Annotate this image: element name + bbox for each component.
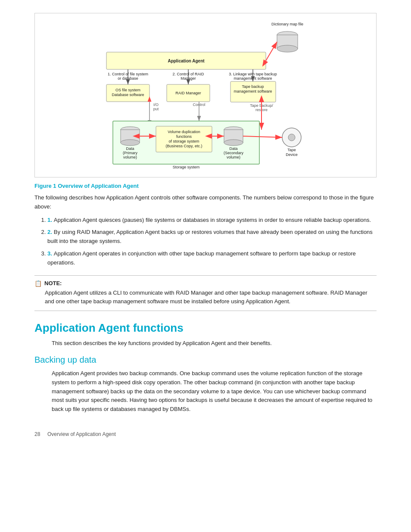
svg-text:Device: Device: [286, 152, 298, 157]
list-text-3: Application Agent operates in conjunctio…: [47, 250, 356, 266]
svg-point-40: [121, 140, 140, 146]
svg-text:RAID Manager: RAID Manager: [175, 91, 201, 95]
page-title-footer: Overview of Application Agent: [47, 431, 116, 437]
svg-point-51: [224, 140, 243, 146]
svg-text:Tape backup: Tape backup: [242, 84, 264, 89]
svg-text:Database software: Database software: [112, 93, 144, 97]
svg-text:Application Agent: Application Agent: [168, 59, 205, 63]
note-text: Application Agent utilizes a CLI to comm…: [34, 289, 377, 307]
list-text-2: By using RAID Manager, Application Agent…: [47, 229, 373, 244]
page-number: 28: [34, 431, 40, 437]
svg-text:volume): volume): [123, 155, 137, 159]
svg-text:(Business Copy, etc.): (Business Copy, etc.): [166, 144, 202, 148]
svg-text:Storage system: Storage system: [173, 165, 200, 169]
svg-text:OS file system: OS file system: [115, 88, 140, 92]
svg-point-56: [288, 134, 295, 141]
svg-text:management software: management software: [234, 89, 272, 93]
svg-text:Tape: Tape: [287, 148, 296, 152]
list-num-3: 3.: [47, 250, 52, 257]
svg-text:Dictionary map file: Dictionary map file: [271, 22, 303, 26]
svg-text:put: put: [153, 107, 159, 111]
svg-text:Data: Data: [126, 146, 134, 151]
svg-point-7: [277, 45, 298, 52]
backing-up-text: Application Agent provides two backup co…: [34, 369, 377, 414]
numbered-list: 1.Application Agent quiesces (pauses) fi…: [47, 216, 377, 268]
section-title: Application Agent functions: [34, 321, 377, 335]
svg-text:functions: functions: [176, 134, 192, 139]
page-footer: 28 Overview of Application Agent: [34, 431, 377, 437]
list-num-1: 1.: [47, 217, 52, 223]
list-num-2: 2.: [47, 229, 52, 235]
note-icon: 📋: [34, 280, 42, 287]
svg-line-10: [266, 42, 277, 61]
subsection-title: Backing up data: [34, 355, 377, 365]
svg-text:Volume duplication: Volume duplication: [168, 130, 200, 134]
section-intro: This section describes the key functions…: [34, 339, 377, 348]
svg-text:volume): volume): [227, 155, 240, 159]
svg-text:of storage system: of storage system: [168, 139, 199, 143]
note-box: 📋 NOTE: Application Agent utilizes a CLI…: [34, 275, 377, 311]
list-item-3: 3.Application Agent operates in conjunct…: [47, 249, 377, 268]
svg-text:Data: Data: [229, 146, 237, 151]
diagram-container: Dictionary map file Application Agent 1.…: [34, 13, 377, 177]
svg-text:(Secondary: (Secondary: [224, 151, 244, 155]
note-label: 📋 NOTE:: [34, 280, 377, 287]
diagram-svg: Dictionary map file Application Agent 1.…: [39, 18, 372, 173]
intro-text: The following describes how Application …: [34, 193, 377, 212]
list-item-1: 1.Application Agent quiesces (pauses) fi…: [47, 216, 377, 225]
figure-caption: Figure 1 Overview of Application Agent: [34, 183, 377, 189]
list-item-2: 2.By using RAID Manager, Application Age…: [47, 228, 377, 246]
note-label-text: NOTE:: [44, 280, 62, 286]
list-text-1: Application Agent quiesces (pauses) file…: [54, 217, 371, 223]
svg-text:I/O: I/O: [153, 103, 159, 107]
svg-text:(Primary: (Primary: [123, 151, 137, 155]
